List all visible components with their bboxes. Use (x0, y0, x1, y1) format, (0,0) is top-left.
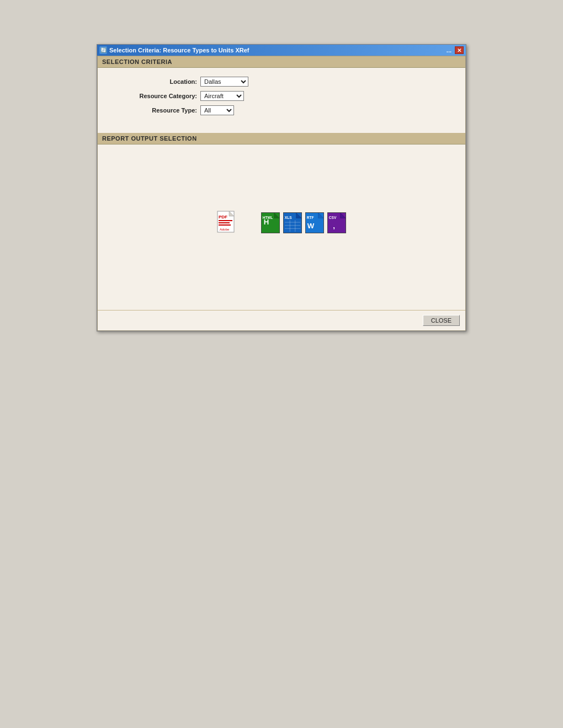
rtf-icon-button[interactable]: RTF W (305, 212, 324, 233)
window-title: Selection Criteria: Resource Types to Un… (109, 47, 249, 53)
report-output-content: PDF Adobe HTML (98, 144, 465, 310)
report-output-header: REPORT OUTPUT SELECTION (98, 133, 465, 144)
svg-text:,: , (333, 222, 335, 230)
svg-rect-3 (219, 220, 232, 221)
resource-type-row: Resource Type: All Type A Type B Type C (109, 105, 454, 115)
window-close-button[interactable]: ✕ (455, 46, 464, 54)
main-window: 🔄 Selection Criteria: Resource Types to … (97, 44, 466, 331)
xls-icon-button[interactable]: XLS (283, 212, 302, 233)
svg-text:CSV: CSV (329, 216, 337, 220)
resource-type-select[interactable]: All Type A Type B Type C (200, 105, 234, 115)
title-bar-left: 🔄 Selection Criteria: Resource Types to … (99, 46, 249, 54)
resource-category-row: Resource Category: Aircraft Vehicle Equi… (109, 91, 454, 101)
window-icon: 🔄 (99, 46, 107, 54)
window-body: SELECTION CRITERIA Location: Dallas New … (97, 56, 466, 331)
svg-text:W: W (307, 222, 315, 230)
svg-text:RTF: RTF (307, 216, 314, 220)
svg-text:PDF: PDF (219, 215, 227, 220)
location-label: Location: (109, 78, 197, 85)
html-icon-button[interactable]: HTML H (261, 212, 280, 233)
bottom-bar: CLOSE (98, 310, 465, 330)
resource-type-label: Resource Type: (109, 107, 197, 114)
selection-criteria-content: Location: Dallas New York Chicago Los An… (98, 68, 465, 133)
svg-rect-4 (219, 222, 230, 223)
title-bar-controls: ... ✕ (447, 46, 464, 54)
ellipsis-label: ... (447, 47, 452, 53)
location-row: Location: Dallas New York Chicago Los An… (109, 77, 454, 87)
svg-text:Adobe: Adobe (220, 228, 230, 231)
location-select[interactable]: Dallas New York Chicago Los Angeles (200, 77, 248, 87)
svg-rect-5 (219, 224, 231, 226)
svg-text:H: H (264, 218, 269, 226)
title-bar: 🔄 Selection Criteria: Resource Types to … (97, 45, 466, 56)
csv-icon-button[interactable]: CSV , (327, 212, 346, 233)
output-icons-row: PDF Adobe HTML (109, 211, 454, 235)
resource-category-select[interactable]: Aircraft Vehicle Equipment Personnel (200, 91, 244, 101)
selection-criteria-header: SELECTION CRITERIA (98, 56, 465, 68)
resource-category-label: Resource Category: (109, 93, 197, 99)
svg-text:XLS: XLS (285, 216, 292, 220)
pdf-icon-button[interactable]: PDF Adobe (217, 211, 238, 235)
close-button[interactable]: CLOSE (423, 315, 460, 326)
